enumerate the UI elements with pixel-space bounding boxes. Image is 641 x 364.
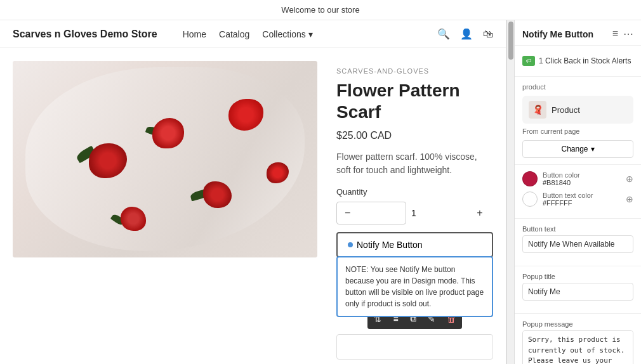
scrollbar[interactable] <box>506 20 514 364</box>
popup-title-label: Popup title <box>522 273 633 280</box>
notify-indicator <box>348 242 353 247</box>
button-text-section: Button text <box>515 219 641 266</box>
popup-message-textarea[interactable]: Sorry, this product is currently out of … <box>522 330 633 364</box>
store-header: Scarves n Gloves Demo Store Home Catalog… <box>0 20 506 48</box>
back-in-stock-badge: 🏷 1 Click Back in Stock Alerts <box>522 52 633 70</box>
cart-icon[interactable]: 🛍 <box>483 28 493 40</box>
search-icon[interactable]: 🔍 <box>437 28 450 40</box>
button-text-color-label-group: Button text color #FFFFFF <box>543 192 593 207</box>
product-details: SCARVES-AND-GLOVES Flower Pattern Scarf … <box>336 61 493 364</box>
store-logo[interactable]: Scarves n Gloves Demo Store <box>13 29 157 40</box>
nav-collections[interactable]: Collections ▾ <box>262 29 312 39</box>
back-in-stock-section: 🏷 1 Click Back in Stock Alerts <box>515 46 641 77</box>
banner-text: Welcome to our store <box>281 5 359 15</box>
notify-me-label: Notify Me Button <box>357 240 423 250</box>
button-text-color-hex: #FFFFFF <box>543 199 593 207</box>
panel-title: Notify Me Button <box>522 29 593 39</box>
quantity-input[interactable] <box>358 208 469 218</box>
popup-title-section: Popup title <box>515 266 641 314</box>
product-page: SCARVES-AND-GLOVES Flower Pattern Scarf … <box>0 48 506 364</box>
product-price: $25.00 CAD <box>336 130 493 141</box>
panel-header-icons: ≡ ⋯ <box>612 28 633 40</box>
product-pill: 🧣 Product <box>522 96 633 124</box>
panel-header: Notify Me Button ≡ ⋯ <box>515 20 641 46</box>
button-color-label: Button color <box>543 171 580 179</box>
popup-title-input[interactable] <box>522 283 633 301</box>
button-text-color-stack-icon[interactable]: ⊕ <box>626 194 633 204</box>
quantity-increase-button[interactable]: + <box>469 202 490 224</box>
change-button[interactable]: Change ▾ <box>522 140 633 158</box>
product-image-area <box>13 61 317 364</box>
store-nav: Home Catalog Collections ▾ <box>183 29 437 39</box>
add-to-cart-area <box>336 334 493 360</box>
button-text-color-label: Button text color <box>543 192 593 199</box>
notify-tooltip: NOTE: You see Notify Me button because y… <box>336 256 493 317</box>
notify-container: Notify Me Button NOTE: You see Notify Me… <box>336 232 493 257</box>
tooltip-text: NOTE: You see Notify Me button because y… <box>345 265 484 308</box>
back-in-stock-text: 1 Click Back in Stock Alerts <box>539 56 631 65</box>
panel-more-icon[interactable]: ⋯ <box>623 28 633 40</box>
product-section-label: product <box>522 83 633 91</box>
button-color-section: Button color #B81840 ⊕ Button text color… <box>515 165 641 219</box>
button-text-input[interactable] <box>522 235 633 253</box>
button-color-swatch[interactable] <box>522 171 538 186</box>
product-image <box>13 61 317 257</box>
product-title: Flower Pattern Scarf <box>336 80 493 122</box>
button-color-row: Button color #B81840 ⊕ <box>522 171 633 186</box>
nav-catalog[interactable]: Catalog <box>219 29 249 39</box>
quantity-control: − + <box>336 202 406 224</box>
quantity-label: Quantity <box>336 187 493 197</box>
popup-message-label: Popup message <box>522 320 633 328</box>
badge-icon: 🏷 <box>522 56 535 66</box>
right-panel: Notify Me Button ≡ ⋯ 🏷 1 Click Back in S… <box>514 20 641 364</box>
button-color-info: Button color #B81840 <box>522 171 580 186</box>
button-color-label-group: Button color #B81840 <box>543 171 580 186</box>
product-pill-icon: 🧣 <box>529 101 546 119</box>
header-icons: 🔍 👤 🛍 <box>437 28 493 40</box>
button-text-color-row: Button text color #FFFFFF ⊕ <box>522 192 633 207</box>
change-btn-label: Change <box>561 145 588 153</box>
welcome-banner: Welcome to our store <box>0 0 641 20</box>
button-text-label: Button text <box>522 225 633 233</box>
product-category: SCARVES-AND-GLOVES <box>336 67 493 75</box>
quantity-decrease-button[interactable]: − <box>337 202 358 224</box>
from-current-label: From current page <box>522 127 633 135</box>
chevron-down-icon: ▾ <box>591 145 595 153</box>
panel-menu-icon[interactable]: ≡ <box>612 28 618 40</box>
product-pill-name: Product <box>552 105 580 115</box>
notify-me-button[interactable]: Notify Me Button <box>336 232 493 257</box>
product-section: product 🧣 Product From current page Chan… <box>515 77 641 165</box>
nav-home[interactable]: Home <box>183 29 206 39</box>
scroll-thumb[interactable] <box>508 22 513 60</box>
product-description: Flower pattern scarf. 100% viscose, soft… <box>336 150 493 177</box>
button-text-color-info: Button text color #FFFFFF <box>522 192 593 207</box>
button-text-color-swatch[interactable] <box>522 192 538 207</box>
button-color-stack-icon[interactable]: ⊕ <box>626 174 633 184</box>
popup-message-section: Popup message Sorry, this product is cur… <box>515 314 641 364</box>
account-icon[interactable]: 👤 <box>460 28 473 40</box>
button-color-hex: #B81840 <box>543 179 580 186</box>
